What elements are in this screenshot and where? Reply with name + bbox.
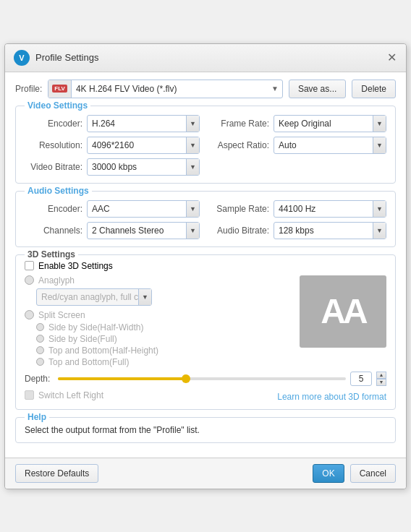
- aspect-value: Auto: [274, 140, 373, 150]
- audio-encoder-select[interactable]: AAC ▼: [87, 200, 200, 218]
- window-title: Profile Settings: [35, 52, 98, 63]
- side-half-label: Side by Side(Half-Width): [48, 322, 143, 332]
- help-section: Help Select the output format from the "…: [15, 417, 396, 443]
- bitrate-select[interactable]: 30000 kbps ▼: [87, 158, 200, 176]
- audio-bitrate-label: Audio Bitrate:: [211, 226, 269, 236]
- split-screen-options: Side by Side(Half-Width) Side by Side(Fu…: [25, 322, 292, 367]
- depth-value: 5: [350, 372, 372, 386]
- 3d-content: Anaglyph Red/cyan anaglyph, full color ▼…: [25, 275, 386, 367]
- audio-bitrate-row: Audio Bitrate: 128 kbps ▼: [211, 222, 386, 239]
- profile-dropdown-arrow: ▼: [268, 85, 282, 93]
- depth-slider[interactable]: [58, 377, 346, 380]
- aspect-arrow: ▼: [373, 137, 386, 153]
- channels-label: Channels:: [25, 226, 82, 236]
- depth-slider-fill: [58, 377, 187, 380]
- top-half-radio[interactable]: [36, 346, 44, 354]
- depth-up[interactable]: ▲: [376, 372, 386, 379]
- close-button[interactable]: ✕: [386, 52, 397, 64]
- audio-left: Encoder: AAC ▼ Channels: 2 Channels Ster…: [25, 200, 200, 239]
- split-screen-radio[interactable]: [25, 310, 34, 319]
- learn-more-link[interactable]: Learn more about 3D format: [277, 392, 386, 402]
- anaglyph-row: Anaglyph: [25, 275, 292, 286]
- video-settings-title: Video Settings: [25, 100, 90, 111]
- 3d-settings-section: 3D Settings Enable 3D Settings Anaglyph …: [15, 254, 396, 410]
- framerate-row: Frame Rate: Keep Original ▼: [211, 115, 386, 132]
- audio-settings-section: Audio Settings Encoder: AAC ▼ Channels:: [15, 191, 396, 247]
- profile-settings-dialog: V Profile Settings ✕ Profile: FLV 4K H.2…: [4, 43, 407, 489]
- delete-button[interactable]: Delete: [352, 80, 396, 98]
- depth-slider-thumb[interactable]: [182, 374, 190, 383]
- switch-row: Switch Left Right Learn more about 3D fo…: [25, 389, 386, 402]
- depth-spinners: ▲ ▼: [376, 372, 386, 386]
- anaglyph-select[interactable]: Red/cyan anaglyph, full color ▼: [36, 288, 152, 306]
- anaglyph-value: Red/cyan anaglyph, full color: [37, 292, 138, 302]
- resolution-select[interactable]: 4096*2160 ▼: [87, 137, 200, 154]
- video-settings-section: Video Settings Encoder: H.264 ▼ Resoluti…: [15, 106, 396, 184]
- audio-encoder-row: Encoder: AAC ▼: [25, 200, 200, 218]
- enable-3d-checkbox[interactable]: [25, 261, 34, 270]
- video-settings-grid: Encoder: H.264 ▼ Resolution: 4096*2160 ▼: [25, 115, 386, 176]
- enable-3d-row: Enable 3D Settings: [25, 261, 386, 271]
- samplerate-label: Sample Rate:: [211, 204, 269, 214]
- ok-button[interactable]: OK: [313, 464, 344, 483]
- anaglyph-label: Anaglyph: [38, 275, 75, 286]
- dialog-content: Profile: FLV 4K H.264 FLV Video (*.flv) …: [5, 72, 406, 458]
- help-title: Help: [25, 412, 49, 422]
- side-full-row: Side by Side(Full): [36, 334, 292, 344]
- footer-right: OK Cancel: [313, 464, 396, 483]
- bitrate-row: Video Bitrate: 30000 kbps ▼: [25, 158, 200, 176]
- audio-bitrate-select[interactable]: 128 kbps ▼: [274, 222, 386, 239]
- samplerate-select[interactable]: 44100 Hz ▼: [274, 200, 386, 218]
- encoder-label: Encoder:: [25, 119, 82, 129]
- split-screen-row: Split Screen: [25, 310, 292, 320]
- video-left: Encoder: H.264 ▼ Resolution: 4096*2160 ▼: [25, 115, 200, 176]
- side-full-label: Side by Side(Full): [48, 334, 117, 344]
- audio-encoder-value: AAC: [88, 204, 186, 214]
- video-right: Frame Rate: Keep Original ▼ Aspect Ratio…: [211, 115, 386, 176]
- 3d-left: Anaglyph Red/cyan anaglyph, full color ▼…: [25, 275, 292, 367]
- audio-encoder-arrow: ▼: [186, 201, 199, 217]
- preview-text: AA: [321, 291, 365, 331]
- resolution-row: Resolution: 4096*2160 ▼: [25, 137, 200, 154]
- framerate-select[interactable]: Keep Original ▼: [274, 115, 386, 132]
- audio-settings-title: Audio Settings: [25, 186, 92, 196]
- profile-label: Profile:: [15, 84, 42, 94]
- side-half-radio[interactable]: [36, 323, 44, 331]
- enable-3d-label: Enable 3D Settings: [38, 261, 113, 271]
- profile-row: Profile: FLV 4K H.264 FLV Video (*.flv) …: [15, 80, 396, 98]
- app-icon: V: [14, 50, 30, 66]
- audio-bitrate-arrow: ▼: [373, 223, 386, 239]
- audio-right: Sample Rate: 44100 Hz ▼ Audio Bitrate: 1…: [211, 200, 386, 239]
- side-full-radio[interactable]: [36, 335, 44, 343]
- top-full-radio[interactable]: [36, 358, 44, 366]
- encoder-row: Encoder: H.264 ▼: [25, 115, 200, 132]
- audio-settings-grid: Encoder: AAC ▼ Channels: 2 Channels Ster…: [25, 200, 386, 239]
- channels-select[interactable]: 2 Channels Stereo ▼: [87, 222, 200, 239]
- resolution-arrow: ▼: [186, 137, 199, 153]
- profile-value: 4K H.264 FLV Video (*.flv): [72, 84, 268, 94]
- encoder-select[interactable]: H.264 ▼: [87, 115, 200, 132]
- footer: Restore Defaults OK Cancel: [5, 458, 406, 489]
- switch-checkbox[interactable]: [25, 390, 34, 400]
- restore-defaults-button[interactable]: Restore Defaults: [15, 464, 98, 483]
- profile-select[interactable]: FLV 4K H.264 FLV Video (*.flv) ▼: [48, 80, 283, 98]
- title-bar: V Profile Settings ✕: [5, 44, 406, 72]
- aspect-row: Aspect Ratio: Auto ▼: [211, 137, 386, 154]
- side-half-row: Side by Side(Half-Width): [36, 322, 292, 332]
- anaglyph-select-row: Red/cyan anaglyph, full color ▼: [25, 288, 292, 306]
- top-half-row: Top and Bottom(Half-Height): [36, 346, 292, 356]
- aspect-select[interactable]: Auto ▼: [274, 137, 386, 154]
- resolution-label: Resolution:: [25, 140, 82, 150]
- encoder-arrow: ▼: [186, 116, 199, 132]
- save-as-button[interactable]: Save as...: [289, 80, 346, 98]
- anaglyph-radio[interactable]: [25, 275, 34, 285]
- framerate-arrow: ▼: [373, 116, 386, 132]
- top-half-label: Top and Bottom(Half-Height): [48, 346, 158, 356]
- cancel-button[interactable]: Cancel: [350, 464, 396, 483]
- profile-icon: FLV: [48, 80, 72, 98]
- title-bar-left: V Profile Settings: [14, 50, 98, 66]
- depth-label: Depth:: [25, 374, 54, 384]
- top-full-label: Top and Bottom(Full): [48, 357, 129, 367]
- depth-down[interactable]: ▼: [376, 379, 386, 386]
- switch-label: Switch Left Right: [38, 390, 103, 400]
